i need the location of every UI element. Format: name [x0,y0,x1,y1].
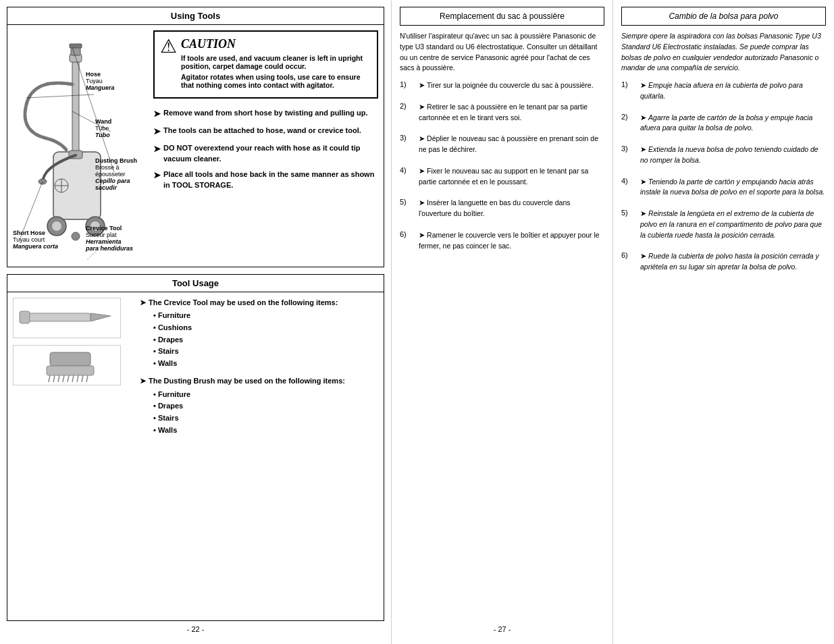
svg-rect-11 [70,44,82,48]
tool-usage-content: ➤ The Crevice Tool may be used on the fo… [7,292,384,448]
spanish-step-6: 6) ➤ Ruede la cubierta de polvo hasta la… [621,251,826,273]
french-step-6-text: Ramener le couvercle vers le boîtier et … [419,231,600,250]
tool-usage-text: ➤ The Crevice Tool may be used on the fo… [140,298,378,443]
svg-rect-23 [50,352,90,366]
french-step-4-arrow: ➤ [419,167,427,175]
crevice-item-walls: Walls [153,358,378,370]
dusting-usage-lead: ➤ The Dusting Brush may be used on the f… [140,376,378,386]
dusting-item-drapes: Drapes [153,400,378,412]
spanish-step-2-arrow: ➤ [640,113,648,122]
page-number-right: - 27 - [400,621,604,637]
dusting-brush-usage: ➤ The Dusting Brush may be used on the f… [140,376,378,436]
dusting-item-furniture: Furniture [153,389,378,401]
svg-rect-24 [47,366,94,375]
instruction-item-3: ➤ DO NOT overextend your reach with hose… [153,143,378,164]
dusting-item-stairs: Stairs [153,412,378,425]
french-step-4: 4) ➤ Fixer le nouveau sac au support en … [400,166,604,188]
dusting-brush-label: Dusting Brush Brosse à épousseter Cepill… [95,157,148,191]
crevice-usage-lead: ➤ The Crevice Tool may be used on the fo… [140,298,378,308]
french-step-5-text: Insérer la languette en bas du couvercle… [419,198,571,217]
spanish-step-3-text: Extienda la nueva bolsa de polvo teniend… [640,145,818,164]
french-step-3-text: Déplier le nouveau sac à poussière en pr… [419,134,598,153]
crevice-item-drapes: Drapes [153,334,378,346]
french-step-6-arrow: ➤ [419,231,427,239]
arrow-icon-crevice: ➤ [140,298,146,308]
svg-line-26 [53,375,55,382]
spanish-step-5-text: Reinstale la lengüeta en el extremo de l… [640,209,822,239]
crevice-items-list: Furniture Cushions Drapes Stairs Walls [140,310,378,369]
spanish-step-4-text: Teniendo la parte de cartón y empujando … [640,178,825,196]
page-number-left: - 22 - [7,621,384,637]
dusting-brush-svg [16,347,118,384]
french-column: Remplacement du sac à poussière N'utilis… [392,0,613,644]
arrow-icon-dusting: ➤ [140,376,146,386]
crevice-item-furniture: Furniture [153,310,378,322]
svg-line-27 [58,375,59,382]
caution-text-block: CAUTION If tools are used, and vacuum cl… [181,37,371,92]
french-step-4-text: Fixer le nouveau sac au support en le te… [419,167,588,186]
svg-rect-6 [72,57,79,155]
svg-line-32 [82,375,83,382]
french-intro: N'utiliser l'aspirateur qu'avec un sac à… [400,31,604,74]
hose-label: Hose Tuyau Manguera [86,71,115,91]
arrow-icon-4: ➤ [153,169,161,190]
spanish-step-3: 3) ➤ Extienda la nueva bolsa de polvo te… [621,144,826,166]
instruction-item-2: ➤ The tools can be attached to hose, wan… [153,126,378,138]
french-step-5-arrow: ➤ [419,198,427,207]
dusting-brush-image [13,345,121,385]
svg-line-29 [68,375,69,382]
spanish-steps: 1) ➤ Empuje hacia afuera en la cubierta … [621,80,826,284]
caution-and-instructions: ⚠ CAUTION If tools are used, and vacuum … [153,30,378,261]
spanish-step-4-arrow: ➤ [640,178,648,186]
svg-line-33 [86,375,88,382]
instruction-list: ➤ Remove wand from short hose by twistin… [153,108,378,196]
svg-marker-21 [90,313,111,321]
arrow-icon-1: ➤ [153,108,161,120]
french-step-2-text: Retirer le sac à poussière en le tenant … [419,103,588,122]
spanish-step-1: 1) ➤ Empuje hacia afuera en la cubierta … [621,80,826,102]
right-column: Remplacement du sac à poussière N'utilis… [392,0,834,644]
spanish-step-4: 4) ➤ Teniendo la parte de cartón y empuj… [621,177,826,198]
svg-line-30 [72,375,74,382]
spanish-step-3-arrow: ➤ [640,145,648,153]
dusting-items-list: Furniture Drapes Stairs Walls [140,389,378,436]
dusting-item-walls: Walls [153,425,378,437]
spanish-step-5-arrow: ➤ [640,209,648,217]
spanish-step-1-text: Empuje hacia afuera en la cubierta de po… [640,81,803,100]
instruction-item-4: ➤ Place all tools and hose back in the s… [153,169,378,190]
french-step-1: 1) ➤ Tirer sur la poignée du couvercle d… [400,80,604,91]
spanish-step-6-text: Ruede la cubierta de polvo hasta la posi… [640,252,819,271]
french-step-3: 3) ➤ Déplier le nouveau sac à poussière … [400,134,604,155]
french-step-2: 2) ➤ Retirer le sac à poussière en le te… [400,102,604,124]
spanish-step-1-arrow: ➤ [640,81,648,89]
french-step-2-arrow: ➤ [419,103,427,111]
tool-images [13,298,134,443]
crevice-tool-label: Crevice Tool Suceur plat Herramienta par… [86,225,133,252]
wand-label: Wand Tube Tubo [95,118,111,138]
caution-box: ⚠ CAUTION If tools are used, and vacuum … [153,30,378,99]
arrow-icon-3: ➤ [153,143,161,164]
short-hose-label: Short Hose Tuyau court Manguera corta [13,230,58,250]
instruction-item-1: ➤ Remove wand from short hose by twistin… [153,108,378,120]
french-step-5: 5) ➤ Insérer la languette en bas du couv… [400,198,604,219]
french-step-1-arrow: ➤ [419,81,427,89]
crevice-tool-image [13,298,121,338]
tool-usage-section: Tool Usage [7,274,384,621]
caution-title: CAUTION [181,37,371,51]
crevice-item-stairs: Stairs [153,346,378,358]
crevice-item-cushions: Cushions [153,322,378,334]
french-step-1-text: Tirer sur la poignée du couvercle du sac… [427,81,594,89]
caution-text-1: If tools are used, and vacuum cleaner is… [181,54,371,89]
spanish-step-2-text: Agarre la parte de cartón de la bolsa y … [640,113,812,132]
using-tools-content: Hose Tuyau Manguera Wand Tube Tubo Dusti… [7,25,384,267]
spanish-step-6-arrow: ➤ [640,252,648,260]
spanish-step-2: 2) ➤ Agarre la parte de cartón de la bol… [621,113,826,134]
remplacement-title: Remplacement du sac à poussière [400,7,604,26]
vacuum-diagram: Hose Tuyau Manguera Wand Tube Tubo Dusti… [13,30,148,261]
tool-usage-title: Tool Usage [7,275,384,292]
svg-line-25 [49,375,50,382]
using-tools-section: Using Tools [7,7,384,267]
svg-point-5 [72,232,80,240]
caution-icon: ⚠ [160,37,177,56]
left-column: Using Tools [0,0,392,644]
